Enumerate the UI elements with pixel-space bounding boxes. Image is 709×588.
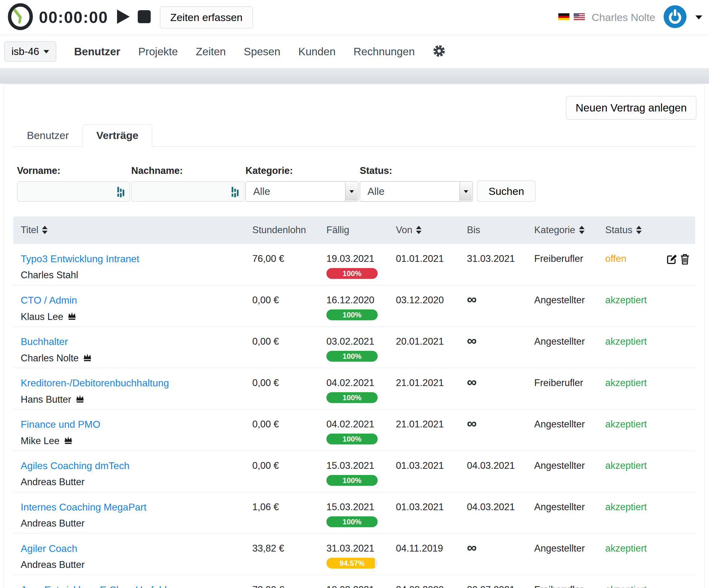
status-label: Status: xyxy=(360,165,473,176)
start-date: 03.12.2020 xyxy=(389,285,459,327)
chevron-down-icon xyxy=(44,50,49,53)
record-times-button[interactable]: Zeiten erfassen xyxy=(160,6,253,28)
column-header-von[interactable]: Von xyxy=(389,216,459,244)
end-date: ∞ xyxy=(467,543,476,552)
crown-icon xyxy=(82,352,92,364)
end-date: 04.03.2021 xyxy=(467,502,515,512)
hourly-rate: 76,00 € xyxy=(245,244,319,285)
tab-bar: Benutzer Verträge xyxy=(13,124,695,147)
edit-icon[interactable] xyxy=(666,253,677,267)
category: Angestellter xyxy=(527,285,598,327)
tab-benutzer[interactable]: Benutzer xyxy=(13,124,82,146)
category: Angestellter xyxy=(527,492,598,533)
hourly-rate: 0,00 € xyxy=(245,451,319,492)
trash-icon[interactable] xyxy=(680,253,690,267)
status-badge: offen xyxy=(605,253,626,264)
contract-title-link[interactable]: Kreditoren-/Debitorenbuchhaltung xyxy=(21,377,169,388)
nav-item-projekte[interactable]: Projekte xyxy=(138,45,178,58)
category: Freiberufler xyxy=(527,575,598,588)
column-header-status[interactable]: Status xyxy=(598,216,649,244)
nav-item-kunden[interactable]: Kunden xyxy=(298,45,336,58)
nachname-input[interactable] xyxy=(131,181,244,202)
contract-title-link[interactable]: Internes Coaching MegaPart xyxy=(21,502,147,513)
kategorie-label: Kategorie: xyxy=(245,165,359,176)
contract-person: Klaus Lee xyxy=(21,311,63,323)
contract-title-link[interactable]: Finance und PMO xyxy=(21,419,100,430)
sort-icon xyxy=(42,226,48,234)
play-icon[interactable] xyxy=(116,9,130,26)
due-date: 16.12.2020 xyxy=(326,295,389,306)
search-button[interactable]: Suchen xyxy=(477,181,535,202)
vorname-input[interactable] xyxy=(17,181,130,202)
start-date: 21.01.2021 xyxy=(389,409,459,451)
status-select[interactable]: Alle xyxy=(360,181,473,202)
nav-item-rechnungen[interactable]: Rechnungen xyxy=(353,45,415,58)
start-date: 01.03.2021 xyxy=(389,451,459,492)
contract-title-link[interactable]: Agiles Coaching dmTech xyxy=(21,460,129,471)
hourly-rate: 0,00 € xyxy=(245,285,319,327)
us-flag-icon[interactable] xyxy=(574,13,585,21)
crown-icon xyxy=(75,394,85,406)
crown-icon xyxy=(63,435,73,447)
table-row: Agiles Coaching dmTech Andreas Butter 0,… xyxy=(13,451,695,492)
progress-bar: 100% xyxy=(326,434,378,444)
progress-label: 100% xyxy=(326,309,378,320)
nav-item-benutzer[interactable]: Benutzer xyxy=(74,45,121,58)
column-header-kategorie[interactable]: Kategorie xyxy=(527,216,598,244)
filter-bar: Vorname: Nachname: xyxy=(17,165,535,202)
start-date: 20.01.2021 xyxy=(389,327,459,368)
progress-bar: 100% xyxy=(326,351,378,362)
column-header-titel[interactable]: Titel xyxy=(13,216,245,244)
nav-item-spesen[interactable]: Spesen xyxy=(244,45,280,58)
start-date: 21.01.2021 xyxy=(389,368,459,409)
status-badge: akzeptiert xyxy=(605,460,647,471)
stop-icon[interactable] xyxy=(137,9,151,25)
contracts-table: Titel Stundenlohn Fällig Von Bis Kategor… xyxy=(13,216,695,588)
nachname-label: Nachname: xyxy=(131,165,244,176)
kategorie-select-value: Alle xyxy=(253,186,270,197)
power-logout-icon[interactable] xyxy=(663,5,687,30)
top-bar: 00:00:00 Zeiten erfassen Charles Nolt xyxy=(0,0,709,35)
category: Angestellter xyxy=(527,409,598,451)
tab-vertraege[interactable]: Verträge xyxy=(82,124,152,147)
progress-label: 94.57% xyxy=(326,558,378,568)
status-select-value: Alle xyxy=(367,186,385,197)
autofill-bars-icon xyxy=(117,186,125,199)
contract-title-link[interactable]: Agiler Coach xyxy=(21,543,77,554)
content-card: Neuen Vertrag anlegen Benutzer Verträge … xyxy=(4,84,705,588)
crown-icon xyxy=(67,311,77,323)
contract-title-link[interactable]: Buchhalter xyxy=(21,336,68,347)
workspace-selector[interactable]: isb-46 xyxy=(4,42,56,62)
end-date: ∞ xyxy=(467,419,476,428)
sort-icon xyxy=(579,226,584,234)
timer-display: 00:00:00 xyxy=(39,8,108,27)
table-header-row: Titel Stundenlohn Fällig Von Bis Kategor… xyxy=(13,216,695,244)
contract-title-link[interactable]: Typo3 Entwicklung Intranet xyxy=(21,253,139,264)
category: Freiberufler xyxy=(527,244,598,285)
german-flag-icon[interactable] xyxy=(558,13,570,21)
progress-label: 100% xyxy=(326,516,378,527)
status-badge: akzeptiert xyxy=(605,584,647,588)
status-badge: akzeptiert xyxy=(605,543,647,554)
user-menu-caret-icon[interactable] xyxy=(695,16,702,20)
contract-title-link[interactable]: Java Entwicklung E-Shop Umfeld xyxy=(21,584,167,588)
end-date: 04.03.2021 xyxy=(467,460,515,471)
create-contract-button[interactable]: Neuen Vertrag anlegen xyxy=(566,96,696,120)
progress-bar: 100% xyxy=(326,268,378,279)
sort-icon xyxy=(416,226,421,234)
column-header-bis: Bis xyxy=(459,216,527,244)
user-name: Charles Nolte xyxy=(592,11,655,23)
nav-item-zeiten[interactable]: Zeiten xyxy=(196,45,226,58)
status-badge: akzeptiert xyxy=(605,295,647,305)
main-nav: isb-46 Benutzer Projekte Zeiten Spesen K… xyxy=(0,35,709,68)
contract-person: Hans Butter xyxy=(21,394,71,405)
end-date: ∞ xyxy=(467,377,476,387)
vorname-label: Vorname: xyxy=(17,165,130,176)
table-row: Kreditoren-/Debitorenbuchhaltung Hans Bu… xyxy=(13,368,695,409)
contract-title-link[interactable]: CTO / Admin xyxy=(21,295,77,306)
gear-icon[interactable] xyxy=(432,45,446,59)
kategorie-select[interactable]: Alle xyxy=(245,181,359,202)
progress-bar: 100% xyxy=(326,516,378,527)
contract-person: Mike Lee xyxy=(21,435,60,446)
sort-icon xyxy=(636,226,642,234)
